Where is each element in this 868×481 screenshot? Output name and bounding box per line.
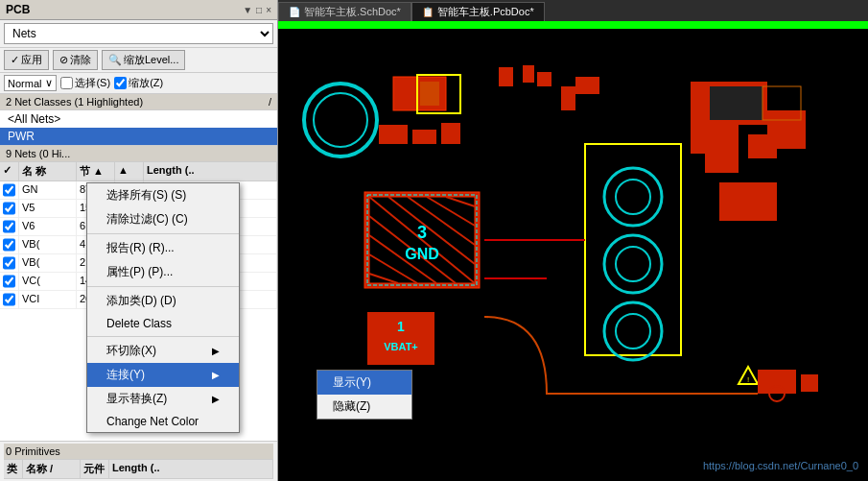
panel-controls: ▼ □ × xyxy=(243,5,271,15)
zoom-checkbox-label[interactable]: 缩放(Z) xyxy=(114,76,163,90)
nets-table-cols: ✓ 名 称 节 ▲ ▲ Length (.. xyxy=(0,162,277,181)
col-check: ✓ xyxy=(0,162,19,180)
zoom-icon: 🔍 xyxy=(108,54,122,66)
menu-item-connect[interactable]: 连接(Y) ▶ xyxy=(87,363,239,387)
svg-text:VBAT+: VBAT+ xyxy=(384,341,418,352)
svg-rect-50 xyxy=(801,374,818,392)
row-name: GN xyxy=(19,181,77,199)
row-check[interactable] xyxy=(0,181,19,199)
row-check[interactable] xyxy=(0,200,19,217)
net-class-all-nets[interactable]: <All Nets> xyxy=(0,110,277,128)
sub-context-menu: 显示(Y) 隐藏(Z) xyxy=(317,370,412,420)
svg-rect-40 xyxy=(710,86,762,120)
row-check[interactable] xyxy=(0,236,19,253)
net-classes-list: <All Nets> PWR xyxy=(0,110,277,146)
submenu-item-show[interactable]: 显示(Y) xyxy=(317,371,411,395)
col-extra: ▲ xyxy=(115,162,144,180)
select-checkbox[interactable] xyxy=(60,77,73,89)
panel-close-button[interactable]: × xyxy=(266,5,271,15)
menu-item-delete-class[interactable]: Delete Class xyxy=(87,313,239,334)
row-check[interactable] xyxy=(0,291,19,308)
menu-item-add-class[interactable]: 添加类(D) (D) xyxy=(87,289,239,313)
menu-item-ring-remove[interactable]: 环切除(X) ▶ xyxy=(87,339,239,363)
normal-dropdown[interactable]: Normal ∨ xyxy=(4,75,57,91)
menu-item-clear-filter[interactable]: 清除过滤(C) (C) xyxy=(87,207,239,231)
menu-item-select-all[interactable]: 选择所有(S) (S) xyxy=(87,183,239,207)
prim-col-component: 元件 xyxy=(81,460,109,478)
pcbdoc-icon: 📋 xyxy=(422,7,434,17)
primitives-header: 0 Primitives xyxy=(4,444,273,460)
tab-bar: 📄 智能车主板.SchDoc* 📋 智能车主板.PcbDoc* xyxy=(278,0,868,21)
svg-rect-4 xyxy=(420,82,439,106)
toolbar: ✓ 应用 ⊘ 清除 🔍 缩放Level... xyxy=(0,48,277,73)
net-class-pwr[interactable]: PWR xyxy=(0,128,277,145)
zoom-checkbox[interactable] xyxy=(114,77,127,89)
nets-select[interactable]: Nets xyxy=(4,23,273,44)
tab-pcbdoc[interactable]: 📋 智能车主板.PcbDoc* xyxy=(411,2,545,21)
col-name: 名 称 xyxy=(19,162,77,180)
zoom-level-button[interactable]: 🔍 缩放Level... xyxy=(102,50,185,70)
net-classes-header: 2 Net Classes (1 Highlighted) / xyxy=(0,94,277,110)
watermark: https://blog.csdn.net/Curnane0_0 xyxy=(703,460,858,471)
submenu-arrow-icon: ▶ xyxy=(212,370,220,380)
select-checkbox-label[interactable]: 选择(S) xyxy=(60,76,110,90)
svg-text:GND: GND xyxy=(405,246,439,262)
panel-pin-button[interactable]: ▼ xyxy=(243,5,252,15)
col-length: Length (.. xyxy=(144,162,277,180)
submenu-arrow-icon: ▶ xyxy=(212,394,220,404)
context-menu: 选择所有(S) (S) 清除过滤(C) (C) 报告(R) (R)... 属性(… xyxy=(86,182,240,433)
svg-rect-35 xyxy=(705,154,739,173)
svg-rect-6 xyxy=(379,125,408,144)
col-nodes: 节 ▲ xyxy=(77,162,115,180)
panel-float-button[interactable]: □ xyxy=(256,5,262,15)
svg-rect-53 xyxy=(561,86,575,110)
row-name: V5 xyxy=(19,200,77,217)
prim-col-length: Length (.. xyxy=(109,460,273,478)
submenu-arrow-icon: ▶ xyxy=(212,346,220,356)
row-check[interactable] xyxy=(0,273,19,290)
menu-item-properties[interactable]: 属性(P) (P)... xyxy=(87,260,239,284)
row-name: VC( xyxy=(19,273,77,290)
primitives-cols: 类 名称 / 元件 Length (.. xyxy=(4,460,273,479)
separator-3 xyxy=(87,336,239,337)
svg-rect-52 xyxy=(575,77,599,94)
apply-icon: ✓ xyxy=(11,54,19,66)
apply-button[interactable]: ✓ 应用 xyxy=(4,50,49,70)
svg-rect-45 xyxy=(523,65,534,83)
svg-rect-37 xyxy=(767,110,806,149)
separator-2 xyxy=(87,286,239,287)
panel-title: PCB xyxy=(6,3,30,16)
prim-col-type: 类 xyxy=(4,460,23,478)
svg-rect-7 xyxy=(412,130,436,144)
row-check[interactable] xyxy=(0,218,19,235)
svg-rect-8 xyxy=(441,123,460,144)
green-border-line xyxy=(278,21,868,29)
row-name: VB( xyxy=(19,254,77,272)
tab-schdoc[interactable]: 📄 智能车主板.SchDoc* xyxy=(278,2,411,21)
dropdown-arrow-icon: ∨ xyxy=(45,77,53,89)
svg-rect-38 xyxy=(719,182,777,221)
nets-table-header: 9 Nets (0 Hi... xyxy=(0,146,277,162)
menu-item-change-color[interactable]: Change Net Color xyxy=(87,411,239,432)
panel-header: PCB ▼ □ × xyxy=(0,0,277,20)
prim-col-name: 名称 / xyxy=(23,460,81,478)
svg-rect-46 xyxy=(537,72,551,86)
svg-rect-44 xyxy=(499,67,513,86)
svg-text:3: 3 xyxy=(417,223,427,242)
row-check[interactable] xyxy=(0,254,19,272)
menu-item-report[interactable]: 报告(R) (R)... xyxy=(87,236,239,260)
row-name: V6 xyxy=(19,218,77,235)
nets-dropdown-row: Nets xyxy=(0,20,277,48)
svg-text:!: ! xyxy=(747,375,749,384)
filter-row: Normal ∨ 选择(S) 缩放(Z) xyxy=(0,73,277,94)
primitives-section: 0 Primitives 类 名称 / 元件 Length (.. xyxy=(0,441,277,481)
submenu-item-hide[interactable]: 隐藏(Z) xyxy=(317,395,411,419)
schdoc-icon: 📄 xyxy=(289,7,300,17)
row-name: VB( xyxy=(19,236,77,253)
menu-item-display-replace[interactable]: 显示替换(Z) ▶ xyxy=(87,387,239,411)
clear-icon: ⊘ xyxy=(59,54,68,66)
clear-button[interactable]: ⊘ 清除 xyxy=(53,50,98,70)
row-name: VCI xyxy=(19,291,77,308)
svg-text:1: 1 xyxy=(397,319,405,334)
separator-1 xyxy=(87,233,239,234)
